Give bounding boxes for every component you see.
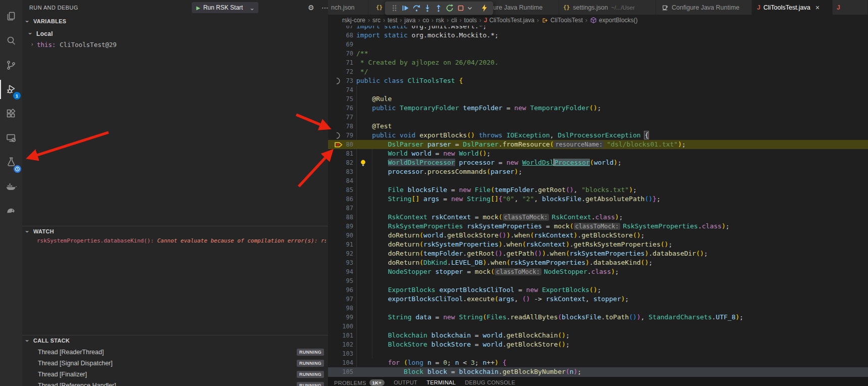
activity-bar-item-run-and-debug[interactable]: 1 <box>0 78 22 101</box>
code-line-text: WorldDslProcessor processor = new WorldD… <box>356 158 621 167</box>
chevron-down-icon[interactable]: ⌄ <box>249 4 255 12</box>
breadcrumb-item[interactable]: src <box>372 17 381 24</box>
variables-section-header[interactable]: › VARIABLES <box>22 16 328 27</box>
activity-bar-item-search[interactable] <box>0 29 22 53</box>
code-line: 95 <box>328 276 868 285</box>
run-configuration-button[interactable]: ▶ Run RSK Start ⌄ <box>192 2 258 13</box>
line-number: 71 <box>328 58 353 67</box>
activity-bar-item-gradle[interactable] <box>0 198 22 221</box>
continue-button[interactable] <box>400 3 411 14</box>
breadcrumb-label: test <box>388 17 397 24</box>
code-editor[interactable]: 67import static org.junit.Assert.*;68imp… <box>328 26 868 376</box>
variable-row-this[interactable]: › this: CliToolsTest@29 <box>22 39 328 51</box>
panel-tab-debug-console[interactable]: DEBUG CONSOLE <box>465 379 515 385</box>
extensions-icon <box>5 108 17 120</box>
breadcrumb-item[interactable]: co <box>422 17 429 24</box>
code-line-text: @Rule <box>356 94 392 104</box>
code-line-text: public class CliToolsTest { <box>356 76 463 85</box>
variables-scope-local[interactable]: › Local <box>22 28 328 39</box>
tab-detail: ~/.../User <box>611 5 635 11</box>
stop-button[interactable] <box>455 3 466 14</box>
step-into-button[interactable] <box>422 3 433 14</box>
breadcrumb-label: CliToolsTest.java <box>489 17 534 24</box>
java-file-icon: J <box>757 4 761 11</box>
code-line: 72 */ <box>328 67 868 76</box>
line-number: 86 <box>328 195 353 204</box>
code-line: 96 ExportBlocks exportBlocksCliTool = ne… <box>328 285 868 295</box>
watch-expression: rskSystemProperties.databaseKind(): <box>37 237 154 244</box>
code-line: 74 <box>328 85 868 94</box>
code-line-text: ExportBlocks exportBlocksCliTool = new E… <box>356 285 601 295</box>
call-stack-thread-row[interactable]: Thread [Finalizer]RUNNING <box>22 369 328 380</box>
line-number: 102 <box>328 340 353 349</box>
step-out-button[interactable] <box>433 3 444 14</box>
breadcrumb-item[interactable]: JCliToolsTest.java <box>484 17 534 24</box>
drag-handle-button[interactable] <box>389 3 400 14</box>
json-braces-icon: {} <box>563 4 570 11</box>
thread-status-badge: RUNNING <box>297 360 324 367</box>
line-number: 68 <box>328 31 353 40</box>
breadcrumb-item[interactable]: java <box>404 17 415 24</box>
breadcrumb-label: rsk <box>436 17 444 24</box>
code-line: 100 <box>328 322 868 331</box>
chevron-right-icon: › <box>31 41 33 47</box>
code-line-text: @Test <box>356 122 392 131</box>
hot-code-replace-button[interactable] <box>478 3 490 14</box>
gear-icon[interactable]: ⚙ <box>308 4 314 12</box>
tab-unnamed-6[interactable]: J <box>833 0 868 15</box>
code-line-text: doReturn(tempFolder.getRoot().getPath())… <box>356 249 708 258</box>
panel-tab-terminal[interactable]: TERMINAL <box>426 379 456 385</box>
activity-bar: 1 <box>0 0 22 386</box>
breadcrumb-item[interactable]: test <box>388 17 397 24</box>
tab-configure-java-runtime[interactable]: Configure Java Runtime <box>656 0 752 15</box>
activity-bar-item-docker[interactable] <box>0 175 22 198</box>
line-number: 88 <box>328 213 353 222</box>
code-line: 90 doReturn(world.getBlockStore()).when(… <box>328 231 868 240</box>
step-over-button[interactable] <box>411 3 422 14</box>
code-line-text: BlockStore blockStore = world.getBlockSt… <box>356 340 570 349</box>
activity-bar-item-source-control[interactable] <box>0 54 22 77</box>
java-file-icon: J <box>484 17 487 24</box>
more-actions-icon[interactable]: ⋯ <box>321 4 328 12</box>
call-stack-thread-row[interactable]: Thread [Reference Handler]RUNNING <box>22 380 328 386</box>
thread-name: Thread [Reference Handler] <box>38 382 116 386</box>
panel-tab-problems[interactable]: PROBLEMS1K+ <box>334 379 385 386</box>
search-icon <box>5 35 17 47</box>
breadcrumb-separator: › <box>479 17 481 24</box>
thread-name: Thread [Finalizer] <box>38 371 87 378</box>
line-number: 104 <box>328 358 353 367</box>
breadcrumb-item[interactable]: exportBlocks() <box>590 17 638 24</box>
activity-bar-item-explorer[interactable] <box>0 5 22 28</box>
code-line: 98 <box>328 304 868 313</box>
breadcrumb-item[interactable]: rskj-core <box>342 17 365 24</box>
activity-bar-item-extensions[interactable] <box>0 102 22 125</box>
line-number: 89 <box>328 222 353 231</box>
chevron-down-icon: › <box>24 340 31 342</box>
activity-bar-item-remote-explorer[interactable] <box>0 126 22 150</box>
breadcrumb-separator: › <box>459 17 461 24</box>
code-line-text: RskSystemProperties rskSystemProperties … <box>356 222 730 231</box>
line-number: 79 <box>328 131 353 140</box>
code-line-text: World world = new World(); <box>356 149 491 158</box>
code-line: 71 * Created by ajlopez on 26/04/2020. <box>328 58 868 67</box>
watch-section-header[interactable]: › WATCH <box>22 226 328 237</box>
line-number: 80 <box>328 140 353 149</box>
breadcrumb-item[interactable]: cli <box>451 17 457 24</box>
watch-expression-row[interactable]: rskSystemProperties.databaseKind(): Cann… <box>37 237 326 248</box>
breadcrumb-item[interactable]: rsk <box>436 17 444 24</box>
panel-tab-output[interactable]: OUTPUT <box>394 379 417 385</box>
breadcrumb-item[interactable]: tools <box>464 17 476 24</box>
tab-clitoolstest-java[interactable]: JCliToolsTest.java× <box>752 0 833 15</box>
restart-button[interactable] <box>444 3 455 14</box>
tab-settings-json[interactable]: {}settings.json~/.../User <box>559 0 656 15</box>
tab-nch-json[interactable]: nch.json <box>328 0 368 15</box>
call-stack-section-header[interactable]: › CALL STACK <box>22 335 328 347</box>
call-stack-thread-row[interactable]: Thread [ReaderThread]RUNNING <box>22 347 328 358</box>
stop-dropdown-button[interactable] <box>466 3 473 14</box>
activity-bar-item-test-flask[interactable] <box>0 151 22 174</box>
close-icon[interactable]: × <box>816 4 820 12</box>
gradle-icon <box>5 204 17 216</box>
call-stack-thread-row[interactable]: Thread [Signal Dispatcher]RUNNING <box>22 358 328 369</box>
breadcrumb-item[interactable]: CliToolsTest <box>541 17 583 24</box>
code-line: 88 RskContext rskContext = mock(classToM… <box>328 213 868 222</box>
